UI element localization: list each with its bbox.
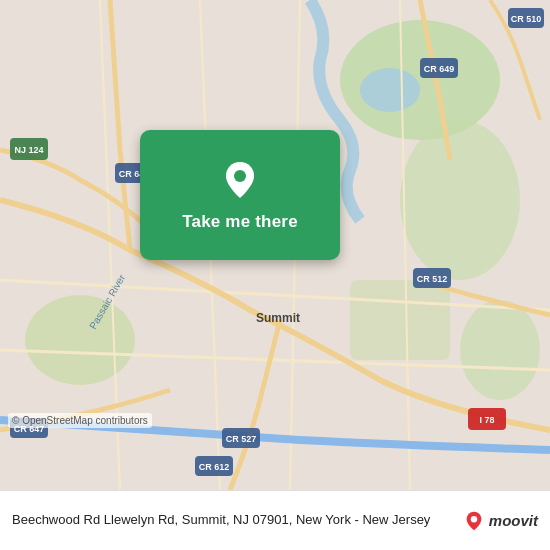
svg-text:CR 512: CR 512: [417, 274, 448, 284]
moovit-logo: moovit: [463, 510, 538, 532]
svg-point-3: [460, 300, 540, 400]
svg-text:NJ 124: NJ 124: [14, 145, 43, 155]
copyright-text: © OpenStreetMap contributors: [8, 413, 152, 428]
svg-point-5: [360, 68, 420, 112]
location-pin-icon: [218, 158, 262, 202]
svg-text:I 78: I 78: [479, 415, 494, 425]
svg-rect-4: [350, 280, 450, 360]
svg-text:CR 527: CR 527: [226, 434, 257, 444]
svg-text:CR 612: CR 612: [199, 462, 230, 472]
moovit-logo-text: moovit: [489, 512, 538, 529]
svg-point-2: [25, 295, 135, 385]
svg-point-1: [400, 120, 520, 280]
svg-text:Summit: Summit: [256, 311, 300, 325]
take-me-there-button[interactable]: Take me there: [140, 130, 340, 260]
svg-point-34: [471, 515, 477, 521]
cta-label: Take me there: [182, 212, 298, 232]
svg-point-33: [234, 170, 246, 182]
map-container: NJ 124 CR 646 CR 649 CR 510 CR 512 CR 52…: [0, 0, 550, 490]
moovit-logo-pin-icon: [463, 510, 485, 532]
svg-text:CR 510: CR 510: [511, 14, 542, 24]
bottom-bar: Beechwood Rd Llewelyn Rd, Summit, NJ 079…: [0, 490, 550, 550]
address-text: Beechwood Rd Llewelyn Rd, Summit, NJ 079…: [12, 511, 455, 529]
svg-text:CR 649: CR 649: [424, 64, 455, 74]
